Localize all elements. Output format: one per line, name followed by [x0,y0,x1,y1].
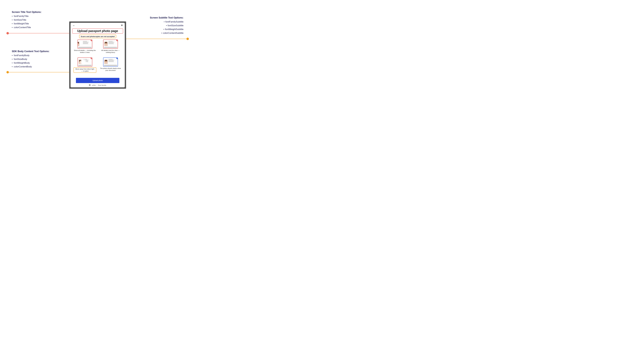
phone-mock-frame: ← ✕ Upload passport photo page Scans and… [69,22,126,89]
example-card-glare: ✕ [78,58,92,66]
annotation-line [9,72,73,72]
callout-body-item: fontWeightBody [12,61,50,65]
onfido-logo-icon [89,84,91,86]
callout-subtitle-options: Screen Subtitle Text Options: •fontFamil… [150,16,183,35]
example-caption: The photo should clearly show your docum… [99,68,122,72]
footer-brand: onfido [92,84,96,86]
upload-photo-button[interactable]: Upload photo [76,78,119,83]
annotation-dot [7,32,9,34]
callout-body-heading: SDK Body Content Text Options: [12,50,50,53]
sdk-footer: onfido Real Identity [71,84,125,87]
annotation-line [9,33,72,33]
annotation-line [117,39,187,39]
screen-subtitle-highlight: Scans and photocopies are not accepted [79,35,116,38]
callout-title-item: fontFamilyTitle [12,14,42,18]
examples-grid: ✕ Show all details — including the botto… [71,39,125,77]
callout-subtitle-item: •fontWeightSubtitle [150,28,183,31]
annotation-dot [7,71,9,74]
screen-subtitle: Scans and photocopies are not accepted [81,36,115,38]
callout-title-options: Screen Title Text Options: fontFamilyTit… [12,11,42,29]
example-card-blur: ✕ [103,40,118,49]
example-cell: ✓ The photo should clearly show your doc… [98,58,123,76]
footer-tag: Real Identity [98,84,106,86]
example-caption: All details must be clear — nothing blur… [99,50,122,54]
sdk-screen: ← ✕ Upload passport photo page Scans and… [71,23,125,87]
callout-subtitle-item: •colorContentSubtitle [150,31,183,35]
example-caption-highlight: Move away from direct light — no glare [74,68,96,73]
example-cell: ✕ Show all details — including the botto… [73,40,97,57]
back-icon[interactable]: ← [72,24,75,27]
screen-title: Upload passport photo page [77,29,118,33]
callout-body-item: fontFamilyBody [12,54,50,57]
callout-title-item: fontSizeTitle [12,18,42,22]
callout-body-options: SDK Body Content Text Options: fontFamil… [12,50,50,68]
callout-title-item: fontWeightTitle [12,22,42,26]
example-caption: Show all details — including the bottom … [74,50,96,54]
callout-title-heading: Screen Title Text Options: [12,11,42,14]
callout-subtitle-heading: Screen Subtitle Text Options: [150,16,183,19]
example-cell: ✕ Move away from direct light — no glare [73,58,97,76]
example-cell: ✕ All details must be clear — nothing bl… [98,40,123,57]
annotation-dot [186,38,189,40]
callout-body-item: fontSizeBody [12,57,50,61]
example-card-good: ✓ [103,58,118,66]
callout-subtitle-item: •fontSizeSubtitle [150,24,183,28]
close-icon[interactable]: ✕ [121,24,123,27]
screen-topbar: ← ✕ [71,23,125,28]
example-card-cut: ✕ [78,40,92,49]
callout-body-item: colorContentBody [12,65,50,68]
callout-subtitle-item: •fontFamilySubtitle [150,20,183,24]
screen-title-highlight: Upload passport photo page [72,28,123,34]
callout-title-item: colorContentTitle [12,26,42,29]
